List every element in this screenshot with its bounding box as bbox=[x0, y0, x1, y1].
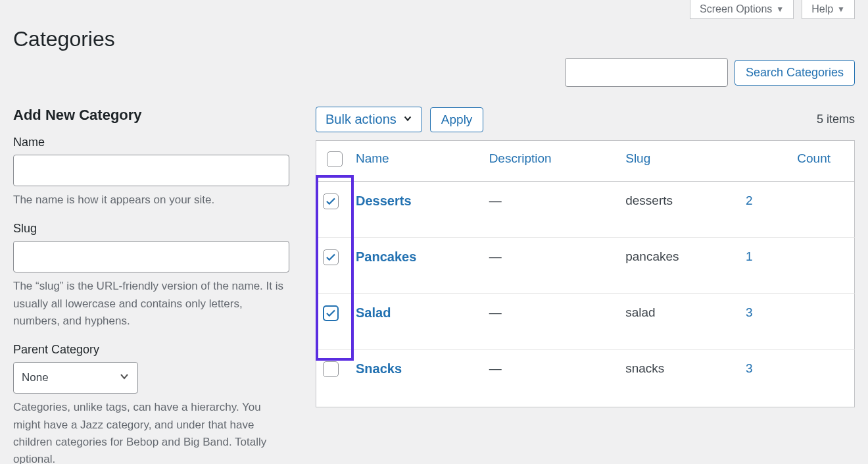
category-slug: desserts bbox=[619, 182, 739, 238]
help-label: Help bbox=[811, 3, 833, 15]
row-checkbox[interactable] bbox=[323, 305, 339, 321]
row-checkbox[interactable] bbox=[323, 249, 339, 265]
name-help: The name is how it appears on your site. bbox=[13, 192, 289, 209]
select-all-checkbox[interactable] bbox=[327, 151, 343, 167]
category-name-link[interactable]: Pancakes bbox=[356, 249, 416, 264]
category-description: — bbox=[483, 182, 619, 238]
screen-options-label: Screen Options bbox=[700, 3, 772, 15]
chevron-down-icon bbox=[119, 371, 130, 385]
apply-button[interactable]: Apply bbox=[430, 107, 484, 132]
chevron-down-icon bbox=[403, 114, 412, 125]
items-count: 5 items bbox=[817, 113, 855, 126]
bulk-actions-label: Bulk actions bbox=[326, 112, 397, 127]
row-checkbox[interactable] bbox=[323, 361, 339, 377]
category-count-link[interactable]: 3 bbox=[746, 305, 753, 319]
parent-category-select[interactable]: None bbox=[13, 362, 138, 394]
screen-options-tab[interactable]: Screen Options ▼ bbox=[690, 0, 794, 19]
page-title: Categories bbox=[13, 27, 855, 51]
parent-category-label: Parent Category bbox=[13, 343, 289, 357]
category-name-link[interactable]: Snacks bbox=[356, 361, 402, 376]
slug-help: The “slug” is the URL-friendly version o… bbox=[13, 278, 289, 330]
table-row: Salad—salad3 bbox=[316, 294, 855, 349]
category-slug: snacks bbox=[619, 349, 739, 407]
bulk-actions-select[interactable]: Bulk actions bbox=[316, 107, 422, 132]
category-slug: salad bbox=[619, 294, 739, 349]
category-description: — bbox=[483, 349, 619, 407]
row-checkbox[interactable] bbox=[323, 193, 339, 209]
caret-down-icon: ▼ bbox=[837, 5, 845, 14]
table-row: Desserts—desserts2 bbox=[316, 182, 855, 238]
categories-table: Name Description Slug Count Desserts—des… bbox=[316, 140, 855, 407]
column-header-description[interactable]: Description bbox=[483, 141, 619, 182]
name-label: Name bbox=[13, 136, 289, 149]
column-header-count[interactable]: Count bbox=[739, 141, 854, 182]
search-input[interactable] bbox=[565, 58, 728, 87]
search-categories-button[interactable]: Search Categories bbox=[735, 60, 855, 86]
category-name-link[interactable]: Desserts bbox=[356, 193, 412, 208]
table-row: Pancakes—pancakes1 bbox=[316, 238, 855, 294]
add-new-category-heading: Add New Category bbox=[13, 107, 289, 124]
category-count-link[interactable]: 3 bbox=[746, 361, 753, 375]
column-header-name[interactable]: Name bbox=[349, 141, 483, 182]
name-input[interactable] bbox=[13, 155, 289, 186]
slug-label: Slug bbox=[13, 222, 289, 236]
slug-input[interactable] bbox=[13, 241, 289, 272]
category-count-link[interactable]: 1 bbox=[746, 249, 753, 263]
parent-category-help: Categories, unlike tags, can have a hier… bbox=[13, 399, 289, 464]
category-description: — bbox=[483, 294, 619, 349]
parent-category-selected: None bbox=[22, 371, 49, 384]
caret-down-icon: ▼ bbox=[776, 5, 784, 14]
column-header-slug[interactable]: Slug bbox=[619, 141, 739, 182]
help-tab[interactable]: Help ▼ bbox=[802, 0, 855, 19]
category-count-link[interactable]: 2 bbox=[746, 193, 753, 207]
table-row: Snacks—snacks3 bbox=[316, 349, 855, 407]
category-name-link[interactable]: Salad bbox=[356, 305, 391, 320]
category-description: — bbox=[483, 238, 619, 294]
category-slug: pancakes bbox=[619, 238, 739, 294]
